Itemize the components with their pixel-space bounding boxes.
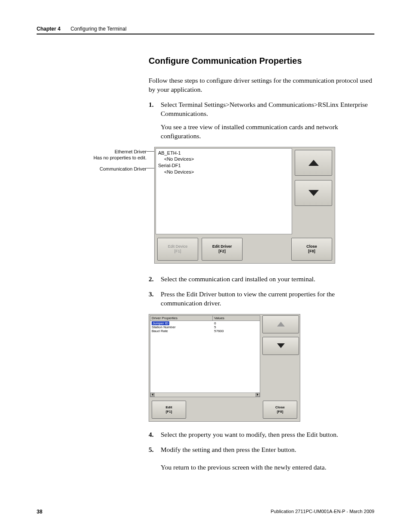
scroll-down-button[interactable]	[295, 180, 332, 206]
column-header-values: Values	[213, 316, 260, 320]
intro-paragraph: Follow these steps to configure driver s…	[149, 76, 374, 94]
close-button[interactable]: Close [F8]	[291, 238, 332, 261]
triangle-down-icon	[277, 343, 285, 348]
scroll-down-button[interactable]	[262, 337, 299, 355]
step-4: Select the property you want to modify, …	[149, 430, 374, 439]
callout-line-icon	[146, 168, 154, 168]
tree-view[interactable]: AB_ETH-1 <No Devices> Serial-DF1 <No Dev…	[156, 148, 292, 234]
tree-child[interactable]: <No Devices>	[158, 169, 290, 175]
section-title: Configure Communication Properties	[149, 56, 374, 66]
tree-child[interactable]: <No Devices>	[158, 156, 290, 162]
scroll-right-button[interactable]	[255, 393, 260, 397]
publication-info: Publication 2711PC-UM001A-EN-P - March 2…	[271, 509, 374, 515]
properties-table[interactable]: Driver Properties Values Jumper ID Stati…	[150, 315, 260, 397]
triangle-left-icon	[152, 393, 153, 396]
callout-ethernet-driver: Ethernet Driver	[93, 149, 146, 155]
tree-node[interactable]: Serial-DF1	[158, 162, 290, 169]
callout-comm-driver: Communication Driver	[100, 166, 146, 172]
step-3: Press the Edit Driver button to view the…	[149, 290, 374, 308]
tree-node[interactable]: AB_ETH-1	[158, 150, 290, 156]
step-5: Modify the setting and then press the En…	[149, 445, 374, 472]
chapter-label: Chapter 4	[37, 26, 60, 32]
triangle-right-icon	[257, 393, 258, 396]
edit-device-button[interactable]: Edit Device [F1]	[157, 238, 198, 261]
triangle-up-icon	[308, 160, 319, 166]
property-row[interactable]: Baud Rate	[152, 329, 212, 333]
step-1-text: Select Terminal Settings>Networks and Co…	[161, 101, 368, 117]
step-1-sub: You see a tree view of installed communi…	[161, 123, 374, 141]
property-row[interactable]: Station Number	[152, 325, 212, 329]
step-2: Select the communication card installed …	[149, 275, 374, 284]
page-number: 38	[37, 509, 42, 515]
scroll-left-button[interactable]	[150, 393, 155, 397]
figure-rslinx-tree: Ethernet Driver Has no properties to edi…	[80, 147, 374, 264]
step-5-sub: You return to the previous screen with t…	[161, 463, 374, 472]
scroll-up-button[interactable]	[262, 315, 299, 333]
column-header-properties: Driver Properties	[150, 316, 213, 320]
chapter-title: Configuring the Terminal	[71, 26, 127, 32]
property-value: 57600	[214, 329, 258, 333]
edit-driver-button[interactable]: Edit Driver [F2]	[202, 238, 243, 261]
step-1: Select Terminal Settings>Networks and Co…	[149, 100, 374, 141]
property-row-selected[interactable]: Jumper ID	[152, 321, 169, 325]
property-value: 5	[214, 325, 258, 329]
edit-button[interactable]: Edit [F1]	[152, 401, 186, 419]
close-button[interactable]: Close [F8]	[263, 401, 297, 419]
page-footer: 38 Publication 2711PC-UM001A-EN-P - Marc…	[37, 509, 374, 515]
callout-line-icon	[146, 151, 154, 152]
horizontal-scrollbar[interactable]	[150, 392, 260, 397]
scroll-up-button[interactable]	[295, 150, 332, 176]
callout-ethernet-note: Has no properties to edit.	[93, 155, 146, 161]
page-header: Chapter 4 Configuring the Terminal	[37, 26, 374, 34]
triangle-down-icon	[308, 190, 319, 196]
figure-driver-properties: Driver Properties Values Jumper ID Stati…	[149, 314, 300, 422]
property-value: 0	[214, 321, 258, 325]
triangle-up-icon	[277, 322, 285, 327]
